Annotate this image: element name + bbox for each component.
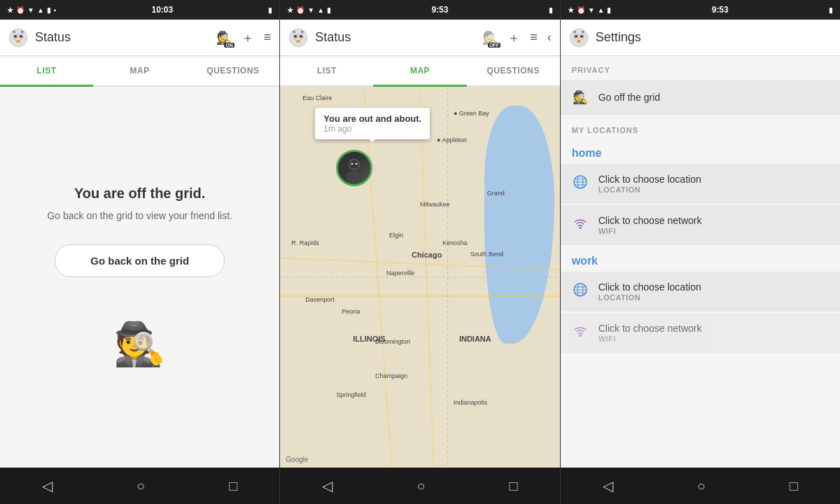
back-button-2[interactable]: ‹ xyxy=(547,30,552,45)
top-icons-2: 🕵️ OFF ＋ ≡ ‹ xyxy=(482,29,552,46)
owl-logo-3 xyxy=(569,28,589,48)
top-bar-2: Status 🕵️ OFF ＋ ≡ ‹ xyxy=(280,20,559,56)
settings-button-1[interactable]: ≡ xyxy=(264,30,272,45)
home-location-item[interactable]: Click to choose location LOCATION xyxy=(561,164,840,204)
work-location-globe-icon xyxy=(572,283,589,300)
top-icons-1: 🕵️ ON ＋ ≡ xyxy=(216,29,272,46)
time-1: 10:03 xyxy=(151,5,173,15)
privacy-section-header: PRIVACY xyxy=(561,56,840,78)
tab-questions-2[interactable]: QUESTIONS xyxy=(467,56,560,87)
go-back-on-grid-button[interactable]: Go back on the grid xyxy=(55,244,225,277)
map-label-south-bend: South Bend xyxy=(470,251,503,258)
back-nav-3[interactable]: ◁ xyxy=(589,472,627,500)
alarm-icon-2: ⏰ xyxy=(296,6,304,14)
svg-point-26 xyxy=(356,163,358,165)
home-nav-1[interactable]: ○ xyxy=(122,472,159,500)
off-grid-description: Go back on the grid to view your friend … xyxy=(47,209,232,223)
tab-list-1[interactable]: LIST xyxy=(0,56,93,87)
map-label-kenosha: Kenosha xyxy=(442,239,468,246)
svg-point-12 xyxy=(300,35,302,38)
ghost-toggle-on[interactable]: 🕵️ ON xyxy=(216,30,232,46)
work-location-sub: LOCATION xyxy=(598,293,701,302)
map-view[interactable]: Eau Claire WISCONSIN ● Green Bay ● Apple… xyxy=(280,87,559,468)
map-label-appleton: ● Appleton xyxy=(437,136,467,144)
bluetooth-icon-2: ★ xyxy=(287,6,293,14)
tab-list-2[interactable]: LIST xyxy=(280,56,373,87)
home-network-main: Click to choose network xyxy=(598,215,702,226)
avatar-image xyxy=(338,152,370,184)
recent-nav-2[interactable]: □ xyxy=(496,472,532,500)
ghost-toggle-off[interactable]: 🕵️ OFF xyxy=(482,30,498,46)
battery-icon-2: ▮ xyxy=(327,6,331,14)
svg-point-4 xyxy=(20,35,22,38)
back-nav-1[interactable]: ◁ xyxy=(28,472,66,500)
svg-point-24 xyxy=(350,160,358,169)
screen2-status-map: ★ ⏰ ▼ ▲ ▮ 9:53 ▮ xyxy=(280,0,560,468)
svg-point-27 xyxy=(570,29,588,47)
home-nav-2[interactable]: ○ xyxy=(402,472,439,500)
map-label-peoria: Peoria xyxy=(342,308,360,315)
off-grid-content: You are off the grid. Go back on the gri… xyxy=(0,87,279,468)
wifi-icon-2: ▲ xyxy=(317,6,324,14)
google-attribution: Google xyxy=(286,456,308,463)
home-location-text-group: Click to choose location LOCATION xyxy=(598,174,701,194)
svg-point-46 xyxy=(579,335,581,337)
tab-map-1[interactable]: MAP xyxy=(93,56,186,87)
bottom-nav-2: ◁ ○ □ xyxy=(280,468,560,504)
battery-right-2: ▮ xyxy=(549,6,553,14)
svg-point-31 xyxy=(580,35,583,38)
ghost-off-badge: OFF xyxy=(488,43,500,48)
go-off-grid-text-group: Go off the grid xyxy=(598,92,660,103)
map-label-springfield: Springfield xyxy=(336,391,366,398)
home-nav-3[interactable]: ○ xyxy=(683,472,720,500)
back-nav-2[interactable]: ◁ xyxy=(308,472,346,500)
svg-point-23 xyxy=(346,171,363,182)
tab-questions-1[interactable]: QUESTIONS xyxy=(186,56,279,87)
my-locations-section-header: MY LOCATIONS xyxy=(561,116,840,139)
settings-scroll-content[interactable]: PRIVACY 🕵️ Go off the grid MY LOCATIONS … xyxy=(561,56,840,468)
work-wifi-icon xyxy=(572,324,589,342)
work-network-main: Click to choose network xyxy=(598,323,702,334)
go-off-grid-icon: 🕵️ xyxy=(572,90,589,105)
bluetooth-icon-3: ★ xyxy=(568,6,574,14)
recent-nav-1[interactable]: □ xyxy=(215,472,251,500)
lake-michigan xyxy=(484,106,554,344)
home-wifi-icon xyxy=(572,216,589,234)
app-title-1: Status xyxy=(35,30,209,45)
back-chevron-icon: ‹ xyxy=(547,30,552,44)
map-label-grand: Grand xyxy=(487,190,505,197)
settings-button-2[interactable]: ≡ xyxy=(530,30,538,45)
map-label-davenport: Davenport xyxy=(305,296,335,303)
battery-right-1: ▮ xyxy=(268,6,272,14)
plus-icon-1: ＋ xyxy=(241,31,254,45)
tab-map-2[interactable]: MAP xyxy=(373,56,466,87)
signal-icon-3: ▼ xyxy=(588,6,595,14)
status-bar-1: ★ ⏰ ▼ ▲ ▮ ▪ 10:03 ▮ xyxy=(0,0,279,20)
add-button-1[interactable]: ＋ xyxy=(241,29,254,46)
add-button-2[interactable]: ＋ xyxy=(507,29,520,46)
recent-nav-3[interactable]: □ xyxy=(776,472,812,500)
settings-title: Settings xyxy=(596,30,832,45)
work-location-item[interactable]: Click to choose location LOCATION xyxy=(561,272,840,312)
battery-icon-3: ▮ xyxy=(607,6,611,14)
work-network-sub: WIFI xyxy=(598,335,702,343)
bluetooth-icon: ★ xyxy=(7,6,13,14)
screen1-status-off-grid: ★ ⏰ ▼ ▲ ▮ ▪ 10:03 ▮ xyxy=(0,0,280,468)
home-network-item[interactable]: Click to choose network WIFI xyxy=(561,205,840,245)
home-location-globe-icon xyxy=(572,175,589,192)
off-grid-title: You are off the grid. xyxy=(74,186,205,202)
map-label-naperville: Naperville xyxy=(386,270,414,276)
svg-point-30 xyxy=(575,35,578,38)
work-network-item[interactable]: Click to choose network WIFI xyxy=(561,313,840,353)
go-off-grid-item[interactable]: 🕵️ Go off the grid xyxy=(561,80,840,115)
sliders-icon-2: ≡ xyxy=(530,30,538,44)
wifi-icon: ▲ xyxy=(37,6,44,14)
status-icons-left-2: ★ ⏰ ▼ ▲ ▮ xyxy=(287,6,331,14)
screen3-settings: ★ ⏰ ▼ ▲ ▮ 9:53 ▮ xyxy=(561,0,840,468)
svg-point-3 xyxy=(14,35,17,38)
work-location-label: work xyxy=(561,246,840,270)
owl-logo-1 xyxy=(8,28,28,48)
top-bar-3: Settings xyxy=(561,20,840,56)
svg-point-11 xyxy=(294,35,297,38)
all-bottom-navs: ◁ ○ □ ◁ ○ □ ◁ ○ □ xyxy=(0,468,840,504)
